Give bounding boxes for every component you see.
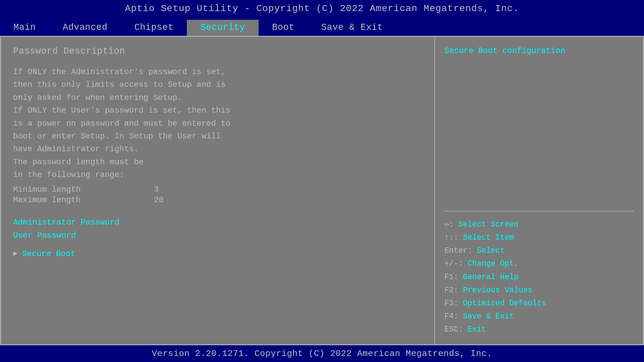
help-desc-7: Save & Exit (463, 312, 514, 321)
main-content: Password Description If ONLY the Adminis… (0, 36, 644, 345)
help-desc-2: Select (477, 246, 505, 255)
nav-item-save-and-exit[interactable]: Save & Exit (308, 20, 396, 36)
help-item-4: F1: General Help (444, 271, 634, 284)
nav-item-boot[interactable]: Boot (259, 20, 308, 36)
desc-line-7: have Administrator rights. (13, 143, 422, 156)
max-length-label: Maximum length (13, 195, 154, 204)
desc-line-1: If ONLY the Administrator's password is … (13, 66, 422, 78)
help-key-7: F4: (444, 312, 463, 321)
help-key-6: F3: (444, 299, 463, 308)
help-item-6: F3: Optimized Defaults (444, 297, 634, 310)
nav-item-security[interactable]: Security (187, 20, 259, 36)
nav-item-main[interactable]: Main (0, 20, 49, 36)
user-password-link[interactable]: User Password (13, 231, 422, 240)
desc-line-5: is a power on password and must be enter… (13, 117, 422, 130)
help-item-3: +/-: Change Opt. (444, 257, 634, 270)
bios-screen: Aptio Setup Utility - Copyright (C) 2022… (0, 0, 644, 362)
secure-boot-label: Secure Boot (22, 249, 75, 258)
help-item-2: Enter: Select (444, 244, 634, 257)
help-key-8: ESC: (444, 325, 468, 334)
max-length-row: Maximum length 20 (13, 195, 422, 204)
section-title: Password Description (13, 46, 422, 56)
min-length-label: Minimum length (13, 185, 154, 194)
nav-bar: MainAdvancedChipsetSecurityBootSave & Ex… (0, 17, 644, 36)
help-section: ⇔: Select Screen↑↓: Select ItemEnter: Se… (444, 218, 634, 344)
description-text: If ONLY the Administrator's password is … (13, 66, 422, 182)
nav-item-chipset[interactable]: Chipset (121, 20, 187, 36)
help-desc-6: Optimized Defaults (463, 299, 546, 308)
min-length-row: Minimum length 3 (13, 185, 422, 194)
help-key-0: ⇔: (444, 220, 458, 229)
help-item-7: F4: Save & Exit (444, 310, 634, 323)
desc-line-8: The password length must be (13, 156, 422, 169)
desc-line-4: If ONLY the User's password is set, then… (13, 104, 422, 117)
desc-line-3: only asked for when entering Setup. (13, 92, 422, 104)
desc-line-2: then this only limits access to Setup an… (13, 78, 422, 91)
password-range: Minimum length 3 Maximum length 20 (13, 185, 422, 206)
password-links: Administrator Password User Password (13, 218, 422, 240)
arrow-right-icon: ► (13, 250, 17, 258)
help-item-0: ⇔: Select Screen (444, 218, 634, 231)
help-item-8: ESC: Exit (444, 323, 634, 336)
help-desc-5: Previous Values (463, 286, 532, 295)
help-desc-8: Exit (468, 325, 486, 334)
footer-text: Version 2.20.1271. Copyright (C) 2022 Am… (152, 349, 492, 359)
nav-item-advanced[interactable]: Advanced (49, 20, 121, 36)
help-key-1: ↑↓: (444, 233, 463, 242)
help-item-5: F2: Previous Values (444, 284, 634, 297)
right-panel-divider (444, 211, 634, 212)
help-item-1: ↑↓: Select Item (444, 231, 634, 244)
help-key-2: Enter: (444, 246, 477, 255)
min-length-value: 3 (154, 185, 159, 194)
help-key-3: +/-: (444, 259, 468, 268)
help-key-4: F1: (444, 273, 463, 282)
title-bar: Aptio Setup Utility - Copyright (C) 2022… (0, 0, 644, 17)
help-desc-3: Change Opt. (468, 259, 519, 268)
left-panel: Password Description If ONLY the Adminis… (1, 37, 435, 344)
footer: Version 2.20.1271. Copyright (C) 2022 Am… (0, 345, 644, 362)
help-desc-1: Select Item (463, 233, 514, 242)
right-panel: Secure Boot configuration ⇔: Select Scre… (435, 37, 643, 344)
desc-line-6: boot or enter Setup. In Setup the User w… (13, 130, 422, 143)
help-desc-0: Select Screen (458, 220, 518, 229)
title-text: Aptio Setup Utility - Copyright (C) 2022… (125, 3, 519, 14)
right-panel-title: Secure Boot configuration (444, 46, 634, 55)
max-length-value: 20 (154, 195, 164, 204)
desc-line-9: in the following range: (13, 169, 422, 181)
secure-boot-item[interactable]: ► Secure Boot (13, 249, 422, 258)
help-key-5: F2: (444, 286, 463, 295)
help-desc-4: General Help (463, 273, 519, 282)
admin-password-link[interactable]: Administrator Password (13, 218, 422, 227)
